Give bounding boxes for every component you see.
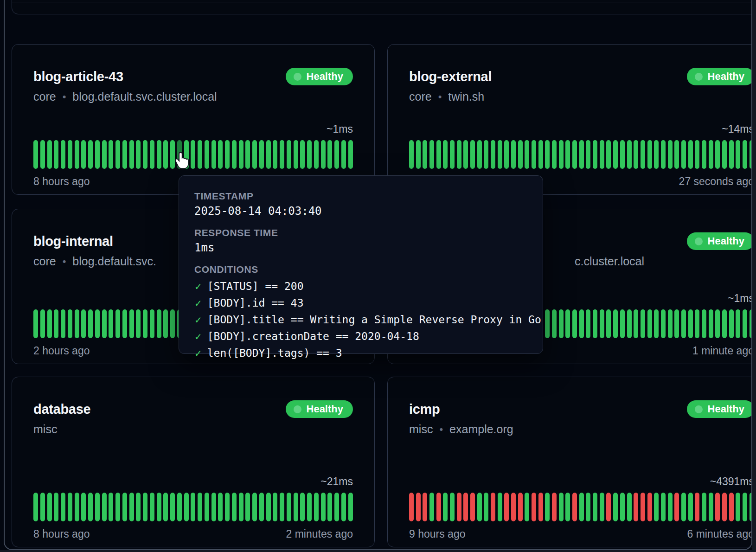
uptime-bar[interactable] bbox=[341, 493, 346, 521]
uptime-bar[interactable] bbox=[613, 309, 618, 338]
uptime-bar[interactable] bbox=[218, 140, 223, 169]
uptime-bar[interactable] bbox=[525, 493, 529, 521]
uptime-bar[interactable] bbox=[177, 140, 182, 169]
uptime-bar[interactable] bbox=[225, 140, 230, 169]
uptime-bar[interactable] bbox=[627, 493, 632, 521]
uptime-bar[interactable] bbox=[211, 493, 216, 521]
uptime-bar[interactable] bbox=[613, 140, 618, 169]
uptime-bar[interactable] bbox=[552, 140, 557, 169]
uptime-bar[interactable] bbox=[157, 309, 161, 338]
uptime-bar[interactable] bbox=[184, 140, 189, 169]
uptime-bar[interactable] bbox=[498, 493, 502, 521]
uptime-bar[interactable] bbox=[429, 140, 434, 169]
uptime-bar[interactable] bbox=[470, 140, 475, 169]
uptime-bar[interactable] bbox=[674, 309, 679, 338]
uptime-bar[interactable] bbox=[163, 493, 168, 521]
uptime-bar[interactable] bbox=[259, 140, 264, 169]
uptime-bar[interactable] bbox=[95, 140, 100, 169]
uptime-bar[interactable] bbox=[559, 493, 564, 521]
uptime-bar[interactable] bbox=[273, 493, 277, 521]
uptime-bar[interactable] bbox=[129, 309, 134, 338]
uptime-bar[interactable] bbox=[409, 493, 414, 521]
uptime-bar[interactable] bbox=[75, 140, 79, 169]
uptime-bar[interactable] bbox=[184, 493, 189, 521]
uptime-bar[interactable] bbox=[47, 493, 52, 521]
uptime-bar[interactable] bbox=[743, 493, 747, 521]
uptime-bar[interactable] bbox=[177, 493, 182, 521]
uptime-bar[interactable] bbox=[641, 309, 645, 338]
uptime-bar[interactable] bbox=[88, 309, 93, 338]
uptime-bar[interactable] bbox=[443, 140, 448, 169]
uptime-bar[interactable] bbox=[463, 140, 468, 169]
uptime-bar[interactable] bbox=[143, 140, 147, 169]
uptime-bar[interactable] bbox=[191, 493, 195, 521]
uptime-bar[interactable] bbox=[491, 140, 495, 169]
uptime-bar[interactable] bbox=[157, 493, 161, 521]
uptime-bar[interactable] bbox=[722, 493, 727, 521]
uptime-bar[interactable] bbox=[136, 140, 141, 169]
uptime-bar[interactable] bbox=[436, 493, 441, 521]
uptime-bar[interactable] bbox=[736, 309, 740, 338]
uptime-bar[interactable] bbox=[54, 140, 58, 169]
uptime-bar[interactable] bbox=[280, 493, 284, 521]
uptime-bar[interactable] bbox=[416, 493, 421, 521]
uptime-bar[interactable] bbox=[532, 140, 536, 169]
uptime-bar[interactable] bbox=[647, 140, 652, 169]
uptime-bar[interactable] bbox=[518, 493, 523, 521]
uptime-bar[interactable] bbox=[688, 309, 693, 338]
uptime-bar[interactable] bbox=[579, 140, 584, 169]
uptime-bar[interactable] bbox=[729, 140, 734, 169]
uptime-bar[interactable] bbox=[33, 309, 38, 338]
uptime-bar[interactable] bbox=[115, 493, 120, 521]
uptime-bar[interactable] bbox=[586, 140, 590, 169]
uptime-bar[interactable] bbox=[327, 140, 332, 169]
uptime-bar[interactable] bbox=[736, 493, 740, 521]
uptime-bar[interactable] bbox=[702, 493, 706, 521]
uptime-bar[interactable] bbox=[81, 309, 86, 338]
uptime-bar[interactable] bbox=[620, 309, 625, 338]
uptime-bar[interactable] bbox=[218, 493, 223, 521]
uptime-bar[interactable] bbox=[157, 140, 161, 169]
uptime-bar[interactable] bbox=[136, 493, 141, 521]
uptime-bar[interactable] bbox=[702, 309, 706, 338]
uptime-bar[interactable] bbox=[40, 140, 45, 169]
uptime-bar[interactable] bbox=[681, 309, 686, 338]
uptime-bar[interactable] bbox=[620, 140, 625, 169]
uptime-bar[interactable] bbox=[702, 140, 706, 169]
uptime-bar[interactable] bbox=[525, 140, 529, 169]
uptime-bar[interactable] bbox=[205, 140, 209, 169]
uptime-bar[interactable] bbox=[661, 493, 666, 521]
uptime-bar[interactable] bbox=[95, 309, 100, 338]
uptime-bar[interactable] bbox=[559, 140, 564, 169]
uptime-bar[interactable] bbox=[122, 309, 127, 338]
uptime-bar[interactable] bbox=[545, 309, 550, 338]
uptime-bar[interactable] bbox=[150, 309, 154, 338]
uptime-bar[interactable] bbox=[579, 493, 584, 521]
uptime-bar[interactable] bbox=[470, 493, 475, 521]
uptime-bar[interactable] bbox=[654, 309, 659, 338]
uptime-bar[interactable] bbox=[709, 493, 713, 521]
uptime-bar[interactable] bbox=[170, 140, 175, 169]
uptime-bar[interactable] bbox=[109, 140, 113, 169]
uptime-bar[interactable] bbox=[600, 309, 604, 338]
service-card[interactable]: blog-external Healthy core • twin.sh ~14… bbox=[387, 44, 752, 195]
uptime-bar[interactable] bbox=[579, 309, 584, 338]
uptime-bar[interactable] bbox=[307, 493, 312, 521]
uptime-bar[interactable] bbox=[647, 493, 652, 521]
uptime-bar[interactable] bbox=[191, 140, 195, 169]
uptime-bar[interactable] bbox=[287, 493, 291, 521]
uptime-bar[interactable] bbox=[729, 493, 734, 521]
uptime-bar[interactable] bbox=[688, 493, 693, 521]
uptime-bar[interactable] bbox=[695, 140, 699, 169]
uptime-bar[interactable] bbox=[81, 140, 86, 169]
uptime-bar[interactable] bbox=[572, 309, 577, 338]
uptime-bar[interactable] bbox=[538, 493, 543, 521]
uptime-bar[interactable] bbox=[593, 493, 597, 521]
uptime-bar[interactable] bbox=[436, 140, 441, 169]
uptime-bar[interactable] bbox=[95, 493, 100, 521]
uptime-bar[interactable] bbox=[68, 309, 72, 338]
uptime-bar[interactable] bbox=[245, 140, 250, 169]
uptime-bar[interactable] bbox=[225, 493, 230, 521]
uptime-bar[interactable] bbox=[709, 309, 713, 338]
uptime-bar[interactable] bbox=[122, 140, 127, 169]
